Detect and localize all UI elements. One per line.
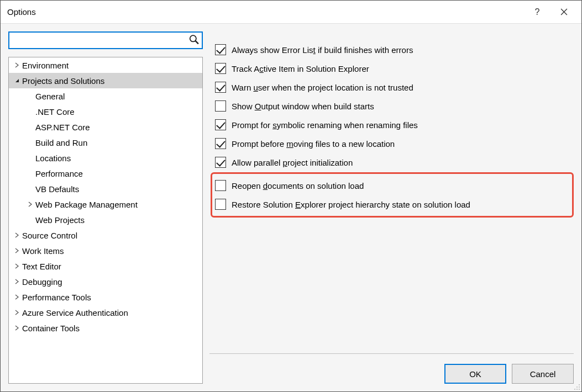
option-label[interactable]: Restore Solution Explorer project hierar… — [232, 200, 470, 209]
checkbox[interactable] — [215, 157, 226, 168]
svg-point-4 — [579, 386, 580, 388]
tree-item-label: Azure Service Authentication — [22, 308, 128, 317]
option-row: Always show Error List if build finishes… — [211, 40, 574, 59]
tree-item-label: Projects and Solutions — [22, 76, 104, 86]
options-list: Always show Error List if build finishes… — [211, 40, 574, 218]
tree-item[interactable]: Web Projects — [9, 212, 202, 227]
resize-grip[interactable] — [573, 383, 580, 390]
tree-item[interactable]: Build and Run — [9, 135, 202, 150]
tree-item-label: Environment — [22, 61, 69, 70]
tree-item[interactable]: Azure Service Authentication — [9, 305, 202, 320]
option-row: Allow parallel project initialization — [211, 153, 574, 172]
highlighted-options: Reopen documents on solution loadRestore… — [211, 172, 574, 218]
chevron-right-icon — [13, 324, 21, 332]
help-button[interactable]: ? — [524, 1, 550, 24]
tree-item-label: .NET Core — [35, 107, 75, 116]
chevron-right-icon — [13, 61, 21, 69]
checkbox[interactable] — [215, 63, 226, 74]
tree-item-label: Performance Tools — [22, 293, 91, 302]
search-wrap — [8, 31, 203, 49]
left-panel: EnvironmentProjects and Solutions Genera… — [8, 31, 203, 384]
close-button[interactable] — [550, 1, 577, 24]
option-row: Track Active Item in Solution Explorer — [211, 59, 574, 78]
dialog-footer: OK Cancel — [211, 362, 574, 384]
option-label[interactable]: Show Output window when build starts — [232, 102, 374, 111]
tree-item[interactable]: General — [9, 88, 202, 104]
checkbox[interactable] — [215, 180, 226, 191]
tree-item-label: Web Projects — [35, 215, 85, 225]
option-row: Prompt before moving files to a new loca… — [211, 134, 574, 153]
option-label[interactable]: Prompt for symbolic renaming when renami… — [232, 120, 418, 130]
checkbox[interactable] — [215, 44, 226, 55]
tree-item[interactable]: Debugging — [9, 274, 202, 289]
option-label[interactable]: Warn user when the project location is n… — [232, 83, 413, 92]
chevron-right-icon — [13, 278, 21, 285]
option-label[interactable]: Track Active Item in Solution Explorer — [232, 64, 369, 73]
tree-item-label: General — [35, 92, 65, 101]
tree-item[interactable]: Container Tools — [9, 320, 202, 336]
checkbox[interactable] — [215, 138, 226, 149]
tree-item[interactable]: Performance — [9, 166, 202, 181]
right-panel: Always show Error List if build finishes… — [211, 31, 574, 384]
checkbox[interactable] — [215, 100, 226, 112]
titlebar: Options ? — [1, 1, 581, 24]
options-content: Always show Error List if build finishes… — [211, 40, 574, 349]
option-label[interactable]: Reopen documents on solution load — [232, 181, 364, 190]
tree-item[interactable]: Work Items — [9, 243, 202, 258]
chevron-right-icon — [13, 293, 21, 301]
tree-item[interactable]: Locations — [9, 150, 202, 166]
option-row: Prompt for symbolic renaming when renami… — [211, 115, 574, 134]
help-icon: ? — [535, 7, 540, 17]
chevron-right-icon — [27, 200, 34, 208]
tree-item-label: Web Package Management — [35, 200, 138, 209]
tree-item-label: Work Items — [22, 246, 64, 256]
divider — [209, 353, 574, 354]
tree-item-label: VB Defaults — [35, 184, 79, 194]
tree-item-label: Text Editor — [22, 262, 61, 271]
tree-item[interactable]: VB Defaults — [9, 181, 202, 197]
tree-item-label: Source Control — [22, 231, 77, 240]
option-row: Show Output window when build starts — [211, 97, 574, 115]
ok-button[interactable]: OK — [444, 364, 506, 384]
main-area: EnvironmentProjects and Solutions Genera… — [8, 31, 574, 384]
dialog-title: Options — [7, 7, 524, 17]
tree-item-label: Locations — [35, 153, 71, 163]
option-label[interactable]: Allow parallel project initialization — [232, 158, 353, 167]
tree-scroll[interactable]: EnvironmentProjects and Solutions Genera… — [9, 57, 202, 383]
svg-point-2 — [579, 384, 580, 385]
checkbox[interactable] — [215, 82, 226, 93]
tree-item-label: ASP.NET Core — [35, 123, 90, 132]
svg-point-3 — [576, 386, 578, 388]
tree-item[interactable]: Web Package Management — [9, 197, 202, 212]
tree-item[interactable]: .NET Core — [9, 104, 202, 119]
close-icon — [560, 8, 568, 15]
dialog-body: EnvironmentProjects and Solutions Genera… — [1, 24, 581, 391]
svg-point-5 — [574, 389, 575, 390]
svg-point-6 — [576, 389, 578, 390]
options-dialog: Options ? EnvironmentProjects and Solut — [0, 0, 582, 392]
checkbox[interactable] — [215, 119, 226, 130]
chevron-right-icon — [13, 262, 21, 270]
tree-item[interactable]: Text Editor — [9, 258, 202, 274]
checkbox[interactable] — [215, 199, 226, 210]
option-label[interactable]: Prompt before moving files to a new loca… — [232, 139, 395, 149]
tree-item[interactable]: Projects and Solutions — [9, 73, 202, 88]
option-label[interactable]: Always show Error List if build finishes… — [232, 45, 413, 55]
tree-item[interactable]: ASP.NET Core — [9, 119, 202, 135]
tree-item-label: Debugging — [22, 277, 62, 287]
tree-item[interactable]: Performance Tools — [9, 289, 202, 305]
svg-point-7 — [579, 389, 580, 390]
tree-item[interactable]: Environment — [9, 57, 202, 73]
tree-item-label: Performance — [35, 169, 83, 178]
chevron-right-icon — [13, 231, 21, 239]
nav-tree: EnvironmentProjects and Solutions Genera… — [8, 57, 203, 384]
search-input[interactable] — [8, 31, 203, 49]
option-row: Restore Solution Explorer project hierar… — [215, 195, 569, 214]
option-row: Warn user when the project location is n… — [211, 78, 574, 97]
chevron-right-icon — [13, 247, 21, 255]
tree-item-label: Container Tools — [22, 324, 80, 333]
chevron-right-icon — [13, 309, 21, 316]
cancel-button[interactable]: Cancel — [512, 364, 574, 384]
tree-item-label: Build and Run — [35, 138, 87, 147]
tree-item[interactable]: Source Control — [9, 227, 202, 243]
